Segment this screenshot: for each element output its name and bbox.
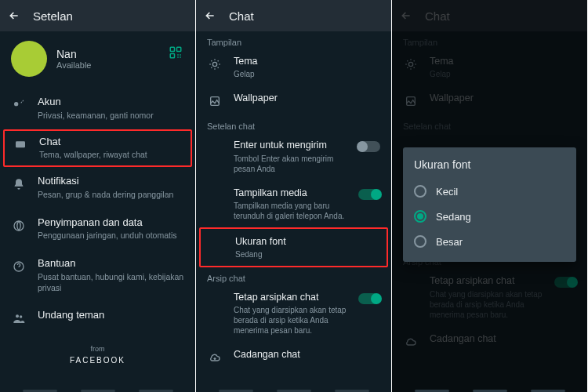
toggle-media[interactable] xyxy=(358,189,380,200)
bell-icon xyxy=(11,176,27,192)
item-label: Akun xyxy=(38,96,184,109)
item-label: Enter untuk mengirim xyxy=(234,139,347,151)
svg-rect-7 xyxy=(16,141,25,147)
item-label: Cadangan chat xyxy=(234,348,380,361)
settings-item-storage[interactable]: Penyimpanan dan dataPenggunaan jaringan,… xyxy=(0,209,195,250)
people-icon xyxy=(11,310,27,326)
theme-icon xyxy=(207,56,223,72)
option-label: Kecil xyxy=(436,186,458,198)
settings-item-chat[interactable]: ChatTema, wallpaper, riwayat chat xyxy=(3,129,192,168)
option-label: Sedang xyxy=(436,211,471,223)
item-label: Chat xyxy=(39,136,183,149)
item-label: Penyimpanan dan data xyxy=(38,216,184,230)
chat-settings-dialog-screen: Chat Tampilan TemaGelap Wallpaper Setela… xyxy=(392,0,588,392)
dialog-title: Ukuran font xyxy=(414,158,565,171)
settings-item-notifications[interactable]: NotifikasiPesan, grup & nada dering pang… xyxy=(0,167,195,209)
svg-rect-6 xyxy=(180,56,181,58)
chat-item-archive[interactable]: Tetap arsipkan chatChat yang diarsipkan … xyxy=(196,285,391,342)
item-sub: Chat yang diarsipkan akan tetap berada d… xyxy=(234,305,347,336)
topbar: Setelan xyxy=(0,0,195,31)
data-icon xyxy=(11,218,27,234)
chat-item-media[interactable]: Tampilkan mediaTampilkan media yang baru… xyxy=(196,180,391,227)
item-label: Tampilkan media xyxy=(234,187,347,199)
profile-status: Available xyxy=(56,60,91,70)
item-sub: Privasi, keamanan, ganti nomor xyxy=(38,111,184,122)
page-title: Setelan xyxy=(33,9,73,23)
item-sub: Sedang xyxy=(235,249,376,260)
nav-bar xyxy=(196,389,391,392)
help-icon xyxy=(11,259,27,274)
item-sub: Pesan, grup & nada dering panggilan xyxy=(38,190,184,201)
wallpaper-icon xyxy=(207,93,223,109)
back-icon[interactable] xyxy=(8,9,20,22)
item-label: Wallpaper xyxy=(234,92,380,104)
svg-rect-4 xyxy=(180,54,181,56)
back-icon[interactable] xyxy=(204,9,216,22)
chat-item-enter[interactable]: Enter untuk mengirimTombol Enter akan me… xyxy=(196,132,391,180)
item-label: Tetap arsipkan chat xyxy=(234,291,347,303)
chat-item-wallpaper[interactable]: Wallpaper xyxy=(196,85,391,115)
item-label: Notifikasi xyxy=(38,175,184,188)
nav-bar xyxy=(392,389,587,392)
settings-screen: Setelan Nan Available AkunPrivasi, keama… xyxy=(0,0,196,392)
item-sub: Pusat bantuan, hubungi kami, kebijakan p… xyxy=(38,272,184,293)
item-sub: Gelap xyxy=(234,69,380,79)
chat-settings-screen: Chat Tampilan TemaGelap Wallpaper Setela… xyxy=(196,0,392,392)
item-sub: Tampilkan media yang baru terunduh di ga… xyxy=(234,201,347,221)
avatar xyxy=(11,41,47,77)
chat-item-fontsize[interactable]: Ukuran fontSedang xyxy=(199,227,388,267)
fontsize-option-kecil[interactable]: Kecil xyxy=(414,179,565,204)
page-title: Chat xyxy=(229,9,254,23)
footer: from FACEBOOK xyxy=(0,345,195,365)
settings-item-help[interactable]: BantuanPusat bantuan, hubungi kami, kebi… xyxy=(0,249,195,301)
section-archive: Arsip chat xyxy=(196,267,391,285)
item-sub: Tombol Enter akan mengirim pesan Anda xyxy=(234,154,347,174)
radio-icon xyxy=(414,185,426,198)
settings-item-account[interactable]: AkunPrivasi, keamanan, ganti nomor xyxy=(0,88,195,129)
chat-icon xyxy=(13,137,28,153)
toggle-enter[interactable] xyxy=(358,141,380,152)
settings-item-invite[interactable]: Undang teman xyxy=(0,301,195,334)
item-label: Bantuan xyxy=(38,257,184,270)
chat-item-theme[interactable]: TemaGelap xyxy=(196,49,391,85)
topbar: Chat xyxy=(196,0,391,31)
fontsize-option-besar[interactable]: Besar xyxy=(414,229,565,254)
svg-rect-3 xyxy=(177,54,179,56)
svg-rect-2 xyxy=(170,54,174,58)
footer-brand: FACEBOOK xyxy=(0,356,195,365)
item-label: Ukuran font xyxy=(235,235,376,248)
svg-rect-5 xyxy=(177,56,179,58)
profile-name: Nan xyxy=(56,48,91,60)
option-label: Besar xyxy=(436,236,463,248)
item-sub: Tema, wallpaper, riwayat chat xyxy=(39,150,183,161)
section-display: Tampilan xyxy=(196,31,391,49)
svg-point-10 xyxy=(16,315,19,318)
cloud-icon xyxy=(207,350,223,365)
key-icon xyxy=(11,97,27,113)
chat-item-backup[interactable]: Cadangan chat xyxy=(196,342,391,372)
qr-icon[interactable] xyxy=(169,45,183,63)
section-chat-settings: Setelan chat xyxy=(196,115,391,132)
svg-point-11 xyxy=(20,316,22,318)
item-sub: Penggunaan jaringan, unduh otomatis xyxy=(38,230,184,241)
item-label: Tema xyxy=(234,55,380,67)
svg-rect-1 xyxy=(177,47,181,51)
fontsize-option-sedang[interactable]: Sedang xyxy=(414,204,565,229)
nav-bar xyxy=(0,389,195,392)
radio-icon xyxy=(414,210,426,223)
item-label: Undang teman xyxy=(38,309,184,322)
svg-rect-0 xyxy=(170,47,174,51)
fontsize-dialog: Ukuran font Kecil Sedang Besar xyxy=(403,147,576,262)
profile-row[interactable]: Nan Available xyxy=(0,31,195,88)
svg-point-12 xyxy=(212,62,216,66)
radio-icon xyxy=(414,235,426,248)
toggle-archive[interactable] xyxy=(358,293,380,304)
footer-from: from xyxy=(0,345,195,353)
